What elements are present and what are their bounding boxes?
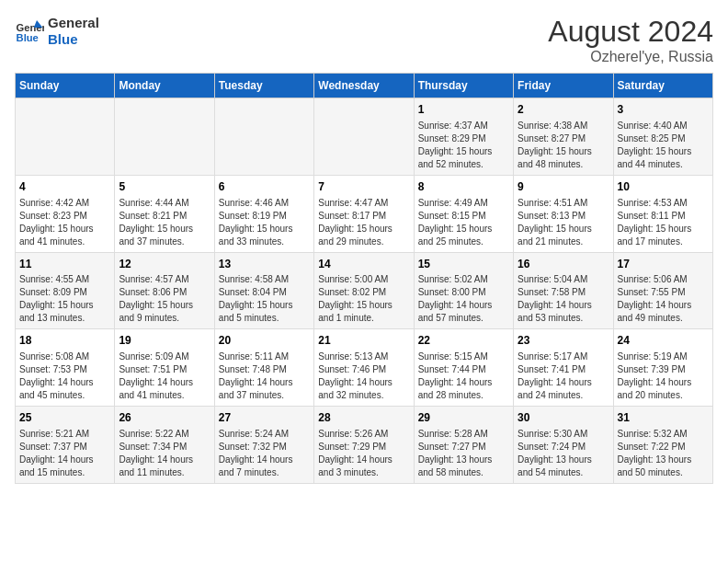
calendar-header-row: SundayMondayTuesdayWednesdayThursdayFrid… [16,74,713,98]
calendar-cell: 30Sunrise: 5:30 AMSunset: 7:24 PMDayligh… [514,407,613,484]
day-info: Sunrise: 5:02 AM [418,273,509,286]
page-header: General Blue General Blue August 2024 Oz… [15,15,713,65]
day-info: Daylight: 13 hours and 54 minutes. [518,454,609,479]
col-header-thursday: Thursday [414,74,513,98]
day-info: Sunset: 8:21 PM [119,210,210,223]
day-info: Sunset: 8:23 PM [19,210,110,223]
calendar-cell: 2Sunrise: 4:38 AMSunset: 8:27 PMDaylight… [514,98,613,176]
day-info: Sunset: 7:32 PM [219,441,310,454]
day-info: Daylight: 14 hours and 41 minutes. [119,376,210,402]
logo-icon: General Blue [15,17,44,46]
day-number: 21 [318,333,409,349]
day-number: 6 [219,179,310,195]
calendar-cell [16,98,115,176]
day-info: Sunset: 8:09 PM [19,286,110,299]
day-info: Daylight: 15 hours and 37 minutes. [119,223,210,248]
day-info: Sunset: 7:53 PM [19,363,110,376]
day-info: Sunset: 7:29 PM [318,441,409,454]
calendar-cell: 3Sunrise: 4:40 AMSunset: 8:25 PMDaylight… [613,98,712,176]
week-row-2: 4Sunrise: 4:42 AMSunset: 8:23 PMDaylight… [16,175,713,252]
day-info: Sunset: 8:06 PM [119,286,210,299]
day-info: Daylight: 15 hours and 25 minutes. [418,223,509,248]
day-info: Daylight: 14 hours and 11 minutes. [119,454,210,479]
day-info: Sunrise: 5:22 AM [119,428,210,441]
logo-general: General [48,15,99,31]
calendar-cell: 7Sunrise: 4:47 AMSunset: 8:17 PMDaylight… [314,175,414,252]
day-info: Daylight: 14 hours and 7 minutes. [219,454,310,479]
day-info: Sunset: 7:27 PM [418,441,509,454]
day-number: 19 [119,333,210,349]
day-info: Daylight: 15 hours and 29 minutes. [318,223,409,248]
day-info: Sunset: 8:04 PM [219,286,310,299]
day-info: Daylight: 13 hours and 50 minutes. [618,454,709,479]
day-info: Sunrise: 4:51 AM [518,197,609,210]
calendar-cell: 18Sunrise: 5:08 AMSunset: 7:53 PMDayligh… [16,329,115,407]
day-number: 22 [418,333,509,349]
col-header-tuesday: Tuesday [214,74,313,98]
day-info: Sunset: 8:17 PM [318,210,409,223]
col-header-saturday: Saturday [613,74,712,98]
calendar-cell: 27Sunrise: 5:24 AMSunset: 7:32 PMDayligh… [214,407,313,484]
day-info: Sunset: 7:41 PM [518,363,609,376]
day-info: Sunrise: 5:04 AM [518,273,609,286]
day-info: Daylight: 15 hours and 21 minutes. [518,223,609,248]
day-info: Daylight: 15 hours and 1 minute. [318,299,409,325]
day-info: Sunset: 7:51 PM [119,363,210,376]
calendar-cell: 14Sunrise: 5:00 AMSunset: 8:02 PMDayligh… [314,252,414,329]
day-info: Daylight: 15 hours and 44 minutes. [618,145,709,171]
day-info: Sunset: 7:55 PM [618,286,709,299]
day-info: Sunrise: 4:49 AM [418,197,509,210]
day-info: Daylight: 14 hours and 57 minutes. [418,299,509,325]
day-info: Sunset: 7:48 PM [219,363,310,376]
day-number: 24 [618,333,709,349]
col-header-monday: Monday [115,74,214,98]
day-info: Sunrise: 5:11 AM [219,350,310,363]
day-info: Daylight: 15 hours and 41 minutes. [19,223,110,248]
calendar-cell: 29Sunrise: 5:28 AMSunset: 7:27 PMDayligh… [414,407,513,484]
day-info: Daylight: 15 hours and 5 minutes. [219,299,310,325]
day-info: Sunset: 7:22 PM [618,441,709,454]
day-info: Sunrise: 5:00 AM [318,273,409,286]
day-info: Sunset: 8:13 PM [518,210,609,223]
col-header-wednesday: Wednesday [314,74,414,98]
day-number: 15 [418,257,509,272]
col-header-friday: Friday [514,74,613,98]
day-info: Sunrise: 5:19 AM [618,350,709,363]
day-info: Daylight: 14 hours and 49 minutes. [618,299,709,325]
day-info: Sunrise: 5:32 AM [618,428,709,441]
day-number: 11 [19,257,110,272]
day-number: 14 [318,257,409,272]
day-number: 30 [518,410,609,426]
calendar-cell: 15Sunrise: 5:02 AMSunset: 8:00 PMDayligh… [414,252,513,329]
day-number: 31 [618,410,709,426]
day-info: Sunset: 8:15 PM [418,210,509,223]
calendar-cell: 19Sunrise: 5:09 AMSunset: 7:51 PMDayligh… [115,329,214,407]
day-info: Sunrise: 4:53 AM [618,197,709,210]
day-info: Daylight: 14 hours and 53 minutes. [518,299,609,325]
day-info: Sunset: 7:39 PM [618,363,709,376]
day-number: 26 [119,410,210,426]
calendar-cell: 5Sunrise: 4:44 AMSunset: 8:21 PMDaylight… [115,175,214,252]
day-info: Sunrise: 5:26 AM [318,428,409,441]
calendar-cell: 23Sunrise: 5:17 AMSunset: 7:41 PMDayligh… [514,329,613,407]
day-info: Sunrise: 4:46 AM [219,197,310,210]
day-info: Sunset: 8:25 PM [618,132,709,145]
day-number: 9 [518,179,609,195]
calendar-cell: 6Sunrise: 4:46 AMSunset: 8:19 PMDaylight… [214,175,313,252]
day-number: 8 [418,179,509,195]
calendar-cell: 4Sunrise: 4:42 AMSunset: 8:23 PMDaylight… [16,175,115,252]
day-info: Sunset: 7:37 PM [19,441,110,454]
day-number: 10 [618,179,709,195]
day-info: Daylight: 14 hours and 37 minutes. [219,376,310,402]
calendar-cell [214,98,313,176]
day-info: Daylight: 15 hours and 17 minutes. [618,223,709,248]
day-info: Sunset: 7:58 PM [518,286,609,299]
svg-text:Blue: Blue [17,32,39,43]
calendar-cell: 25Sunrise: 5:21 AMSunset: 7:37 PMDayligh… [16,407,115,484]
day-number: 16 [518,257,609,272]
calendar-cell: 8Sunrise: 4:49 AMSunset: 8:15 PMDaylight… [414,175,513,252]
location-subtitle: Ozherel'ye, Russia [548,49,713,65]
calendar-cell: 21Sunrise: 5:13 AMSunset: 7:46 PMDayligh… [314,329,414,407]
week-row-1: 1Sunrise: 4:37 AMSunset: 8:29 PMDaylight… [16,98,713,176]
week-row-5: 25Sunrise: 5:21 AMSunset: 7:37 PMDayligh… [16,407,713,484]
